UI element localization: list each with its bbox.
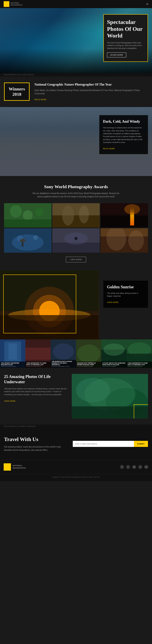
- h-photo-2-caption: I WAS DESPERATE TO COME BACK TO BROWSE L…: [25, 362, 51, 368]
- travel-text: Travel With Us Get amazing videos, trave…: [4, 436, 67, 452]
- winners-description: Each Week, Our Editors Choose Stunning P…: [34, 89, 148, 95]
- winners-content: National Geographic Nature Photographer …: [34, 82, 148, 101]
- sony-view-more-button[interactable]: VIEW MORE: [66, 257, 86, 262]
- hero-section: Spectacular Photos Of Our World The 2018…: [0, 8, 152, 73]
- travel-title: Travel With Us: [4, 436, 67, 442]
- svg-point-1: [10, 205, 22, 217]
- twitter-icon[interactable]: t: [126, 465, 130, 469]
- svg-rect-36: [8, 344, 17, 360]
- underwater-wrapper: 25 Amazing Photos Of Life Underwater Alt…: [0, 368, 152, 428]
- sunrise-description: This photo was taken during sunrise in B…: [107, 292, 144, 298]
- svg-rect-4: [4, 220, 52, 228]
- h-photo-4: AMAZING INTO TERRES (IS FRAME NATIONAL P…: [76, 340, 101, 368]
- sunrise-text-box: Golden Sunrise This photo was taken duri…: [103, 281, 148, 308]
- hero-text-box: Spectacular Photos Of Our World The 2018…: [103, 14, 148, 62]
- h-photo-3-title: THE BUREAUS BACH GRAND SHRINE IN THE WAC…: [52, 361, 75, 366]
- travel-section: Travel With Us Get amazing videos, trave…: [0, 428, 152, 460]
- h-photo-6-title: I WAS DESPERATE TO COME BACK TO BROWSE L…: [128, 362, 151, 366]
- winners-read-more[interactable]: READ MORE: [34, 98, 46, 100]
- horizontal-photos: THE HIGHEST WATERFIRE BUILDING IN ANY PH…: [0, 340, 152, 368]
- h-photo-6-caption: I WAS DESPERATE TO COME BACK TO BROWSE L…: [127, 362, 152, 368]
- menu-icon[interactable]: ≡: [146, 2, 148, 6]
- winners-heading: National Geographic Nature Photographer …: [34, 82, 148, 87]
- h-photo-6: I WAS DESPERATE TO COME BACK TO BROWSE L…: [127, 340, 152, 368]
- footer-copyright: Copyright © 2018 National Geographic Soc…: [0, 474, 152, 481]
- svg-point-18: [20, 239, 26, 242]
- winners-box: Winners 2018: [4, 82, 30, 101]
- photo-grid: [4, 203, 148, 253]
- svg-point-22: [74, 237, 78, 240]
- google-plus-icon[interactable]: G+: [144, 465, 148, 469]
- travel-email-input[interactable]: [73, 441, 134, 447]
- winners-year: 2018: [9, 92, 25, 97]
- logo-text: NATIONAL GEOGRAPHIC: [10, 2, 22, 6]
- header: NATIONAL GEOGRAPHIC ≡: [0, 0, 152, 8]
- svg-rect-38: [25, 348, 51, 360]
- h-photo-6-credit: PHOTO BY DAVE MILLER: [128, 366, 151, 367]
- svg-point-7: [62, 205, 74, 226]
- svg-rect-10: [100, 215, 148, 228]
- underwater-description: Although these dolphins are enjoying a f…: [4, 387, 68, 396]
- hero-photo-credit: PHOTOGRAPHY BY CLANE GESSEL: [0, 73, 152, 76]
- footer-logo-text: NATIONAL GEOGRAPHIC: [12, 464, 26, 469]
- footer-logo-icon: [4, 463, 11, 471]
- footer-top: NATIONAL GEOGRAPHIC f t in y G+: [0, 460, 152, 474]
- h-photo-1-caption: THE HIGHEST WATERFIRE BUILDING IN ANY PH…: [0, 362, 25, 368]
- dark-title: Dark, Cold, And Windy: [103, 119, 144, 124]
- sunrise-section: Golden Sunrise This photo was taken duri…: [0, 270, 152, 340]
- svg-point-16: [33, 235, 38, 240]
- h-photo-5: A PLANT ABOVE THE SUNBURSE HIGHLANDS IS …: [101, 340, 127, 368]
- svg-point-12: [124, 204, 140, 214]
- winners-label: Winners: [9, 86, 25, 92]
- grid-photo-4: [4, 228, 52, 253]
- svg-point-14: [12, 234, 44, 250]
- logo-icon: [4, 1, 9, 7]
- svg-rect-6: [52, 215, 100, 228]
- footer-logo[interactable]: NATIONAL GEOGRAPHIC: [4, 463, 26, 471]
- underwater-section: 25 Amazing Photos Of Life Underwater Alt…: [0, 368, 152, 424]
- h-photo-5-caption: A PLANT ABOVE THE SUNBURSE HIGHLANDS IS …: [101, 362, 127, 368]
- h-photo-4-caption: AMAZING INTO TERRES (IS FRAME NATIONAL P…: [76, 362, 101, 368]
- svg-point-40: [53, 344, 74, 360]
- grid-photo-3: [100, 203, 148, 228]
- travel-form: SUBMIT: [73, 441, 148, 447]
- svg-point-3: [36, 208, 44, 216]
- grid-photo-6: [100, 228, 148, 253]
- underwater-border-accent: [134, 404, 148, 418]
- underwater-view-more[interactable]: VIEW MORE: [4, 400, 16, 402]
- footer: NATIONAL GEOGRAPHIC f t in y G+ Copyrigh…: [0, 460, 152, 481]
- travel-submit-button[interactable]: SUBMIT: [134, 441, 148, 447]
- underwater-text: 25 Amazing Photos Of Life Underwater Alt…: [4, 374, 68, 402]
- youtube-icon[interactable]: y: [138, 465, 142, 469]
- hero-title: Spectacular Photos Of Our World: [107, 19, 144, 39]
- svg-point-42: [77, 344, 100, 363]
- sony-section: Sony World Photography Awards We are del…: [0, 176, 152, 270]
- svg-point-52: [84, 378, 135, 410]
- travel-description: Get amazing videos, travel tips and pict…: [4, 445, 67, 452]
- h-photo-4-credit: PHOTO BY JIMMIE BLADEN: [77, 366, 100, 367]
- hero-subtitle: The 2018 Travel Photographer of the Year…: [107, 42, 144, 50]
- winners-section: Winners 2018 National Geographic Nature …: [0, 76, 152, 107]
- sunrise-view-more[interactable]: VIEW MORE: [107, 301, 118, 303]
- sony-description: We are delighted to reveal the winners o…: [30, 192, 122, 198]
- learn-more-button[interactable]: LEARN MORE: [107, 52, 126, 58]
- grid-photo-2: [52, 203, 100, 228]
- h-photo-5-title: A PLANT ABOVE THE SUNBURSE HIGHLANDS IS …: [102, 362, 126, 366]
- sunrise-outer-border: [3, 274, 76, 333]
- h-photo-2: I WAS DESPERATE TO COME BACK TO BROWSE L…: [25, 340, 51, 368]
- svg-point-8: [79, 205, 89, 224]
- dark-read-more[interactable]: READ MORE: [103, 148, 115, 150]
- underwater-image: [72, 374, 148, 418]
- grid-photo-5: [52, 228, 100, 253]
- logo-area[interactable]: NATIONAL GEOGRAPHIC: [4, 1, 22, 7]
- underwater-title: 25 Amazing Photos Of Life Underwater: [4, 374, 68, 384]
- svg-point-2: [23, 210, 33, 220]
- h-photo-1-credit: PHOTO BY ALBERT DROS: [1, 366, 24, 367]
- svg-point-45: [103, 344, 124, 356]
- footer-social: f t in y G+: [120, 465, 148, 469]
- h-photo-5-credit: PHOTO BY IKI SUNMER: [102, 366, 126, 367]
- instagram-icon[interactable]: in: [132, 465, 136, 469]
- facebook-icon[interactable]: f: [120, 465, 124, 469]
- dark-description: The mornings in Iceland were not the eas…: [103, 126, 144, 144]
- h-photo-1: THE HIGHEST WATERFIRE BUILDING IN ANY PH…: [0, 340, 25, 368]
